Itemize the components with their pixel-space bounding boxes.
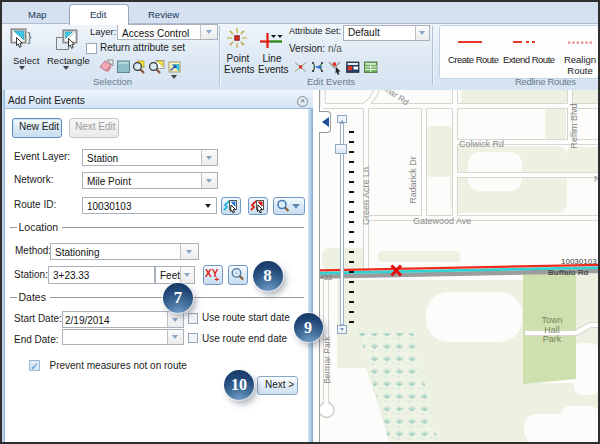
svg-text:Rellim Blvd: Rellim Blvd bbox=[569, 103, 579, 148]
svg-text:Park: Park bbox=[542, 334, 561, 344]
svg-text:Gatewood Ave: Gatewood Ave bbox=[413, 216, 471, 226]
svg-text:Ne: Ne bbox=[594, 174, 599, 184]
svg-text:Green Acre Ln: Green Acre Ln bbox=[361, 167, 371, 225]
svg-text:Radarick Dr: Radarick Dr bbox=[408, 156, 418, 204]
svg-text:Colwick Rd: Colwick Rd bbox=[459, 139, 504, 149]
svg-text:+: + bbox=[215, 275, 220, 284]
svg-text:Hall: Hall bbox=[544, 325, 560, 335]
svg-text:Bermar Park: Bermar Park bbox=[322, 335, 332, 383]
svg-text:Buffalo Rd: Buffalo Rd bbox=[548, 268, 589, 277]
svg-text:Town: Town bbox=[541, 315, 562, 325]
svg-text:10030103: 10030103 bbox=[561, 257, 597, 266]
svg-text:}: } bbox=[28, 30, 32, 44]
svg-text:+33: +33 bbox=[320, 274, 332, 281]
